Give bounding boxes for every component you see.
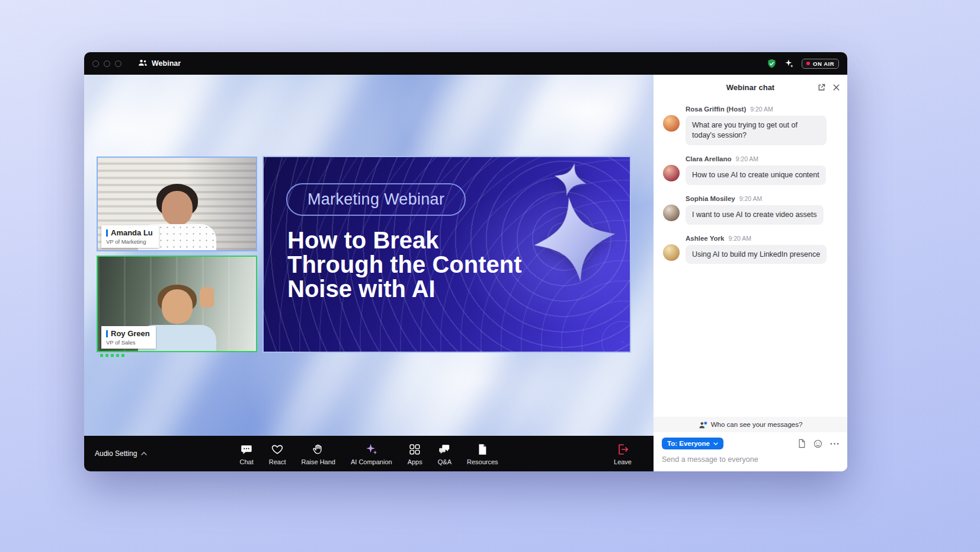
message-sender: Rosa Griffin (Host) [686,106,746,113]
toolbar-item-ai-companion[interactable]: AI Companion [343,442,400,465]
heart-icon [271,442,284,457]
toolbar-item-qa[interactable]: Q&A [430,442,459,465]
qa-icon [438,442,451,457]
participant-name: Amanda Lu [111,228,153,237]
nametag-accent-bar [106,330,108,337]
avatar [663,115,680,132]
window-close-button[interactable] [92,60,99,67]
titlebar: Webinar ON AIR [84,52,847,75]
chat-composer: To: Everyone [654,432,847,471]
participant-name: Roy Green [111,329,150,338]
window-minimize-button[interactable] [104,60,110,67]
chat-message: Sophia Mosiley 9:20 AM I want to use AI … [663,195,840,225]
toolbar-item-raise-hand[interactable]: Raise Hand [293,442,342,465]
webinar-window: Webinar ON AIR [84,52,847,471]
chat-message: Ashlee York 9:20 AM Using AI to build my… [663,235,840,264]
webinar-chat-panel: Webinar chat Rosa Griffin (Host) [654,75,847,471]
window-title: Webinar [152,59,181,68]
recipient-selector[interactable]: To: Everyone [662,438,723,449]
message-time: 9:20 AM [728,235,751,242]
video-tile-roy[interactable]: Roy Green VP of Sales [97,256,257,352]
leave-button[interactable]: Leave [606,442,639,465]
pop-out-icon[interactable] [817,83,826,92]
resources-icon [476,442,489,457]
chat-header: Webinar chat [654,75,847,100]
avatar [663,165,680,181]
nametag-roy: Roy Green VP of Sales [101,326,156,349]
chat-title: Webinar chat [726,83,774,92]
chat-icon [240,442,253,457]
window-maximize-button[interactable] [115,60,121,67]
slide-heading: How to Break Through the Content Noise w… [287,228,521,301]
close-icon[interactable] [832,84,840,91]
toolbar-item-apps[interactable]: Apps [400,442,430,465]
meeting-toolbar: Audio Setting Chat [84,436,654,471]
message-bubble: What are you trying to get out of today'… [686,116,827,145]
avatar [663,244,680,261]
sparkle-icon[interactable] [784,59,794,68]
video-tile-amanda[interactable]: Amanda Lu VP of Marketing [97,157,257,251]
toolbar-item-resources[interactable]: Resources [459,442,506,465]
nametag-accent-bar [106,229,108,237]
shared-slide: Marketing Webinar How to Break Through t… [262,156,631,353]
on-air-dot [806,62,810,65]
chat-message: Clara Arellano 9:20 AM How to use AI to … [663,155,840,185]
chat-message: Rosa Griffin (Host) 9:20 AM What are you… [663,106,840,145]
ai-sparkle-icon [365,442,378,457]
message-bubble: Using AI to build my LinkedIn presence [686,245,827,264]
window-controls [92,60,121,67]
message-sender: Clara Arellano [686,155,732,162]
message-time: 9:20 AM [750,106,773,113]
participant-role: VP of Sales [106,339,150,346]
message-bubble: How to use AI to create unique content [686,165,826,185]
message-sender: Sophia Mosiley [686,195,735,202]
more-icon[interactable] [830,442,839,445]
chevron-down-icon [713,442,718,445]
nametag-amanda: Amanda Lu VP of Marketing [101,225,159,248]
shield-check-icon[interactable] [767,59,777,69]
apps-icon [408,442,421,457]
file-icon[interactable] [798,439,806,448]
chat-privacy-note[interactable]: Who can see your messages? [654,417,847,432]
app-title: Webinar [138,59,181,68]
chevron-up-icon [141,452,147,455]
leave-icon [616,442,629,457]
audio-setting-button[interactable]: Audio Setting [84,449,147,458]
toolbar-item-react[interactable]: React [261,442,294,465]
message-sender: Ashlee York [686,235,724,242]
toolbar-center-group: Chat React Raise Hand [232,442,505,465]
slide-star-decoration-large [524,189,624,289]
raise-hand-icon [312,442,325,457]
message-bubble: I want to use AI to create video assets [686,205,824,225]
participant-role: VP of Marketing [106,238,153,245]
participants-icon [138,59,148,68]
avatar [663,205,680,221]
emoji-icon[interactable] [814,439,822,448]
video-stage: Amanda Lu VP of Marketing Roy Green [84,75,654,436]
message-time: 9:20 AM [736,155,759,162]
chat-message-input[interactable] [662,455,839,464]
toolbar-item-chat[interactable]: Chat [232,442,261,465]
audio-level-indicator [100,354,126,357]
privacy-audience-icon [699,421,707,429]
on-air-badge: ON AIR [802,59,839,69]
slide-tag-pill: Marketing Webinar [286,183,466,216]
chat-message-list: Rosa Griffin (Host) 9:20 AM What are you… [654,100,847,417]
message-time: 9:20 AM [739,195,763,202]
